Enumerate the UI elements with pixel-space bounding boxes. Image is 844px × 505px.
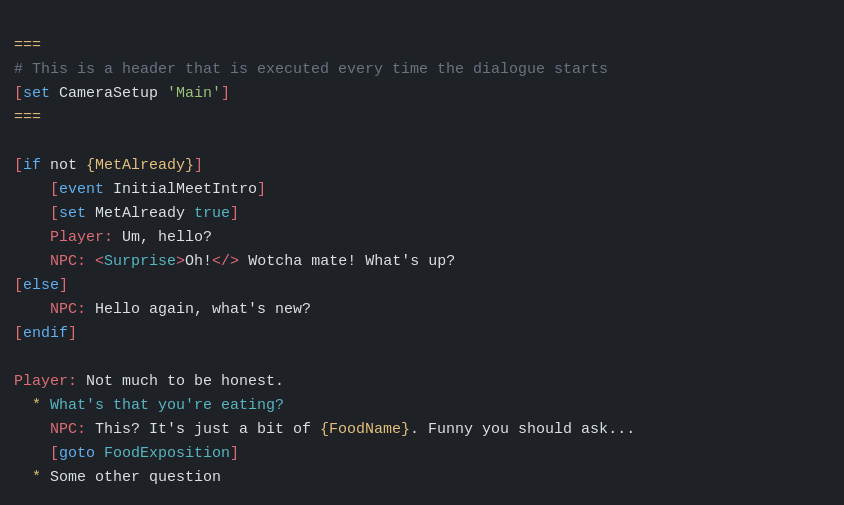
line-15: Player: Not much to be honest.: [14, 373, 284, 390]
line-1: ===: [14, 37, 41, 54]
line-4: ===: [14, 109, 41, 126]
line-11: [else]: [14, 277, 68, 294]
line-17: NPC: This? It's just a bit of {FoodName}…: [14, 421, 635, 438]
line-7: [event InitialMeetIntro]: [14, 181, 266, 198]
line-2: # This is a header that is executed ever…: [14, 61, 608, 78]
line-18: [goto FoodExposition]: [14, 445, 239, 462]
line-16: * What's that you're eating?: [14, 397, 284, 414]
line-3: [set CameraSetup 'Main']: [14, 85, 230, 102]
line-13: [endif]: [14, 325, 77, 342]
line-10: NPC: <Surprise>Oh!</> Wotcha mate! What'…: [14, 253, 455, 270]
line-9: Player: Um, hello?: [14, 229, 212, 246]
code-editor: === # This is a header that is executed …: [14, 10, 830, 490]
line-12: NPC: Hello again, what's new?: [14, 301, 311, 318]
line-6: [if not {MetAlready}]: [14, 157, 203, 174]
line-19: * Some other question: [14, 469, 221, 486]
line-8: [set MetAlready true]: [14, 205, 239, 222]
